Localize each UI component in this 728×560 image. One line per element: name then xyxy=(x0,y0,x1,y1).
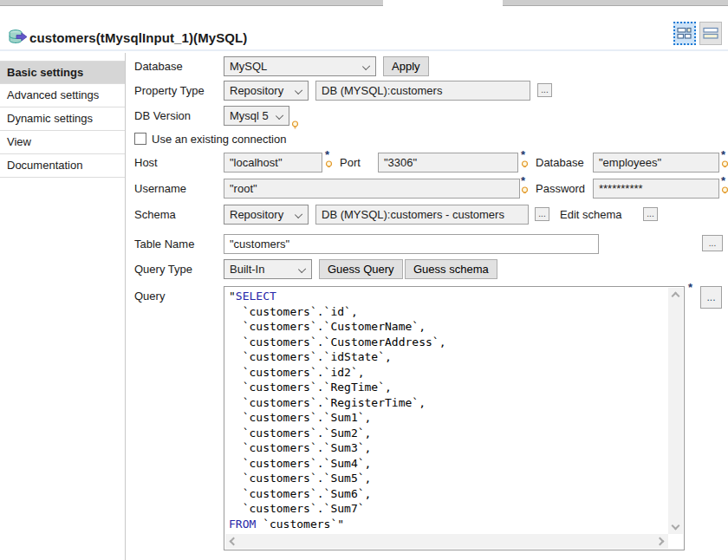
row-layout-button[interactable] xyxy=(699,22,722,45)
row-layout-icon xyxy=(703,27,718,40)
vertical-scrollbar[interactable] xyxy=(668,288,683,534)
edit-schema-button[interactable]: ... xyxy=(643,207,658,221)
password-label: Password xyxy=(536,182,585,195)
schema-label: Schema xyxy=(134,208,176,221)
host-required-marker: * xyxy=(325,150,335,173)
tab-strip xyxy=(0,0,728,6)
schema-repository-field[interactable]: DB (MYSQL):customers - customers xyxy=(315,205,529,225)
database-name-label: Database xyxy=(536,156,584,169)
database-input-icon xyxy=(9,29,28,48)
lightbulb-icon xyxy=(521,160,529,170)
query-browse-button[interactable]: ... xyxy=(700,286,722,309)
port-required-marker: * xyxy=(521,150,531,173)
password-required-marker: * xyxy=(721,176,728,199)
database-combo[interactable]: MySQL xyxy=(224,56,376,76)
property-type-label: Property Type xyxy=(134,84,205,97)
use-existing-connection-checkbox[interactable] xyxy=(134,133,146,145)
schema-repository-browse-button[interactable]: ... xyxy=(535,207,549,221)
chevron-down-icon xyxy=(362,62,370,70)
chevron-down-icon xyxy=(295,87,302,94)
component-settings-panel: customers(tMysqlInput_1)(MySQL) Basic se… xyxy=(0,0,728,560)
query-type-combo[interactable]: Built-In xyxy=(224,259,312,279)
page-title: customers(tMysqlInput_1)(MySQL) xyxy=(29,30,247,45)
grid-layout-icon xyxy=(677,27,692,40)
host-label: Host xyxy=(134,156,158,169)
lightbulb-icon xyxy=(721,186,728,196)
password-field[interactable]: ********** xyxy=(593,179,719,199)
database-required-marker: * xyxy=(721,150,728,173)
active-tab-notch xyxy=(383,0,503,7)
table-name-browse-button[interactable]: ... xyxy=(702,235,723,251)
query-editor[interactable]: "SELECT `customers`.`id`, `customers`.`C… xyxy=(224,286,685,550)
scroll-up-icon[interactable] xyxy=(672,292,680,301)
edit-schema-label: Edit schema xyxy=(560,208,622,221)
username-label: Username xyxy=(134,182,186,195)
chevron-down-icon xyxy=(295,211,302,218)
sidebar-item-documentation[interactable]: Documentation xyxy=(0,154,125,178)
guess-schema-button[interactable]: Guess schema xyxy=(405,259,497,279)
username-field[interactable]: "root" xyxy=(224,179,520,199)
lightbulb-icon xyxy=(721,160,728,170)
chevron-down-icon xyxy=(276,112,283,120)
database-label: Database xyxy=(134,60,183,73)
database-name-field[interactable]: "employees" xyxy=(593,153,719,173)
query-label: Query xyxy=(134,290,165,303)
port-field[interactable]: "3306" xyxy=(378,153,518,173)
sidebar-item-advanced-settings[interactable]: Advanced settings xyxy=(0,84,125,107)
chevron-down-icon xyxy=(298,265,306,273)
property-type-combo[interactable]: Repository xyxy=(224,81,309,101)
sidebar-item-view[interactable]: View xyxy=(0,131,125,154)
host-field[interactable]: "localhost" xyxy=(224,153,322,173)
lightbulb-icon xyxy=(291,120,299,130)
use-existing-connection-label: Use an existing connection xyxy=(152,133,286,146)
scroll-left-icon[interactable] xyxy=(230,537,238,546)
guess-query-button[interactable]: Guess Query xyxy=(319,259,403,279)
query-text[interactable]: "SELECT `customers`.`id`, `customers`.`C… xyxy=(229,289,665,532)
property-repository-field[interactable]: DB (MYSQL):customers xyxy=(315,81,530,101)
basic-settings-form: Database MySQL Apply Property Type Repos… xyxy=(127,52,728,560)
grid-layout-button[interactable] xyxy=(673,22,696,45)
query-required-marker: * xyxy=(688,283,699,290)
db-version-hint xyxy=(291,118,302,133)
header: customers(tMysqlInput_1)(MySQL) xyxy=(0,7,728,51)
username-required-marker: * xyxy=(521,176,531,199)
query-type-label: Query Type xyxy=(134,263,192,276)
table-name-label: Table Name xyxy=(134,238,194,251)
table-name-field[interactable]: "customers" xyxy=(224,234,599,254)
scroll-right-icon[interactable] xyxy=(656,537,665,546)
apply-button[interactable]: Apply xyxy=(383,56,429,76)
db-version-combo[interactable]: Mysql 5 xyxy=(224,106,289,126)
scroll-down-icon[interactable] xyxy=(672,522,680,531)
lightbulb-icon xyxy=(325,160,333,170)
property-repository-browse-button[interactable]: ... xyxy=(537,83,552,97)
sidebar-item-dynamic-settings[interactable]: Dynamic settings xyxy=(0,107,125,131)
lightbulb-icon xyxy=(521,186,529,196)
db-version-label: DB Version xyxy=(134,109,191,122)
schema-type-combo[interactable]: Repository xyxy=(224,205,309,225)
port-label: Port xyxy=(340,156,361,169)
settings-sidebar: Basic settings Advanced settings Dynamic… xyxy=(0,53,126,560)
sidebar-item-basic-settings[interactable]: Basic settings xyxy=(0,61,125,84)
horizontal-scrollbar[interactable] xyxy=(225,534,668,549)
